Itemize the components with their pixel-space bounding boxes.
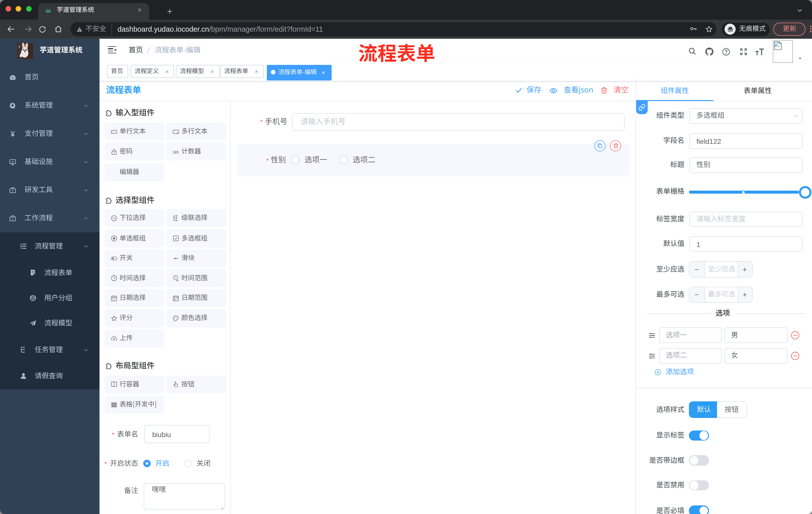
svg-text:123: 123 bbox=[172, 150, 178, 154]
